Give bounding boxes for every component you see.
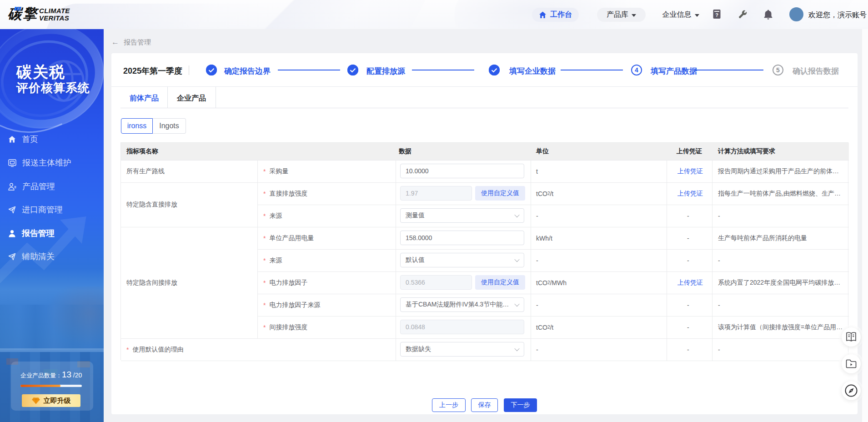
- svg-text:?: ?: [715, 12, 718, 18]
